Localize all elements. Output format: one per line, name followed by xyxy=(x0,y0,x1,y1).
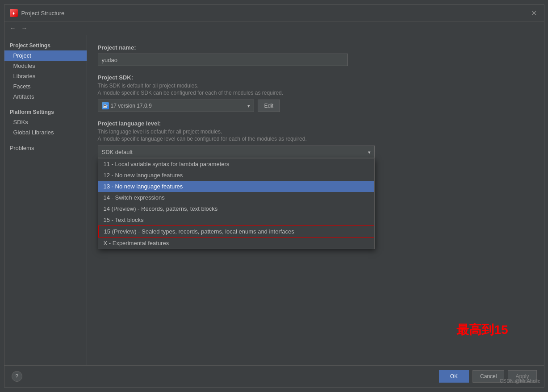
sidebar-item-artifacts[interactable]: Artifacts xyxy=(4,92,87,102)
nav-row: ← → xyxy=(4,21,544,35)
lang-option-15[interactable]: 15 - Text blocks xyxy=(98,214,374,225)
window-title: Project Structure xyxy=(21,10,65,17)
title-bar-left: ♦ Project Structure xyxy=(10,9,65,17)
ok-button[interactable]: OK xyxy=(439,370,469,383)
lang-selected-value: SDK default xyxy=(102,149,133,155)
lang-dropdown-chevron xyxy=(368,149,371,155)
sdk-java-icon: ☕ xyxy=(102,102,109,109)
language-level-dropdown-list: 11 - Local variable syntax for lambda pa… xyxy=(98,158,375,249)
platform-settings-section-header: Platform Settings xyxy=(4,107,87,117)
csdn-watermark: CSDN @Mr.Aholic xyxy=(500,378,540,384)
project-structure-dialog: ♦ Project Structure ✕ ← → Project Settin… xyxy=(4,4,544,388)
language-level-dropdown-container: SDK default 11 - Local variable syntax f… xyxy=(98,146,533,158)
lang-option-13[interactable]: 13 - No new language features xyxy=(98,181,374,192)
edit-sdk-button[interactable]: Edit xyxy=(258,100,280,112)
lang-option-11[interactable]: 11 - Local variable syntax for lambda pa… xyxy=(98,158,374,170)
forward-button[interactable]: → xyxy=(20,23,29,33)
project-settings-section-header: Project Settings xyxy=(4,41,87,50)
sidebar-item-facets[interactable]: Facets xyxy=(4,81,87,92)
lang-section-title: Project language level: xyxy=(98,120,533,127)
project-name-input[interactable] xyxy=(98,54,348,66)
sidebar-item-problems[interactable]: Problems xyxy=(4,143,87,153)
sdk-dropdown-value: ☕ 17 version 17.0.9 xyxy=(102,102,152,109)
lang-option-x[interactable]: X - Experimental features xyxy=(98,238,374,249)
app-icon: ♦ xyxy=(10,9,18,17)
lang-option-14-preview[interactable]: 14 (Preview) - Records, patterns, text b… xyxy=(98,203,374,214)
sidebar-item-modules[interactable]: Modules xyxy=(4,61,87,71)
lang-desc1: This language level is default for all p… xyxy=(98,129,533,135)
main-content: Project name: Project SDK: This SDK is d… xyxy=(87,35,544,365)
title-bar: ♦ Project Structure ✕ xyxy=(4,5,544,21)
help-button[interactable]: ? xyxy=(12,371,22,382)
sdk-desc1: This SDK is default for all project modu… xyxy=(98,83,533,89)
bottom-bar: ? OK Cancel Apply xyxy=(4,365,544,387)
project-name-label: Project name: xyxy=(98,44,533,51)
sidebar-item-sdks[interactable]: SDKs xyxy=(4,117,87,127)
sdk-dropdown-chevron xyxy=(247,103,250,109)
content-area: Project Settings Project Modules Librari… xyxy=(4,35,544,365)
sdk-desc2: A module specific SDK can be configured … xyxy=(98,90,533,96)
lang-desc2: A module specific language level can be … xyxy=(98,136,533,142)
language-level-dropdown[interactable]: SDK default xyxy=(98,146,375,158)
watermark-text: 最高到15 xyxy=(456,321,508,338)
lang-option-14[interactable]: 14 - Switch expressions xyxy=(98,192,374,203)
back-button[interactable]: ← xyxy=(8,23,18,33)
sidebar-item-global-libraries[interactable]: Global Libraries xyxy=(4,127,87,138)
close-button[interactable]: ✕ xyxy=(530,8,539,17)
sdk-row: ☕ 17 version 17.0.9 Edit xyxy=(98,100,533,112)
sdk-dropdown[interactable]: ☕ 17 version 17.0.9 xyxy=(98,100,254,112)
lang-option-12[interactable]: 12 - No new language features xyxy=(98,170,374,181)
lang-option-15-preview[interactable]: 15 (Preview) - Sealed types, records, pa… xyxy=(98,225,374,238)
sidebar-item-libraries[interactable]: Libraries xyxy=(4,71,87,81)
sdk-section-title: Project SDK: xyxy=(98,74,533,81)
sidebar: Project Settings Project Modules Librari… xyxy=(4,35,87,365)
sidebar-item-project[interactable]: Project xyxy=(4,50,87,61)
